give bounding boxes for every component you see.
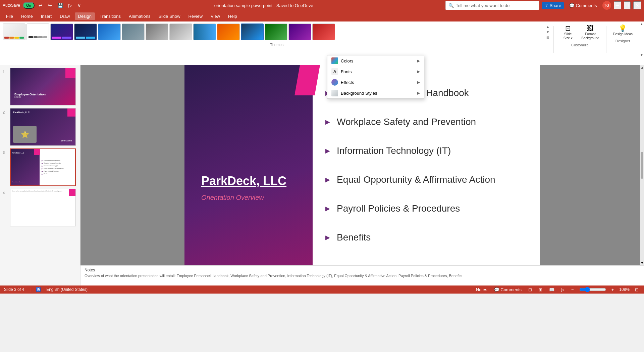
undo-icon[interactable]: ↩: [37, 2, 44, 9]
view-normal-icon[interactable]: ⊡: [527, 287, 533, 293]
notes-content: Overview of what the orientation present…: [85, 273, 640, 278]
slide-preview-4[interactable]: Venmo fashion axe squid activated charco…: [10, 189, 76, 226]
menu-view[interactable]: View: [207, 12, 223, 20]
zoom-out-icon[interactable]: −: [570, 287, 575, 293]
theme-card-13[interactable]: [312, 24, 335, 40]
fonts-label: Fonts: [341, 69, 414, 74]
close-button[interactable]: ✕: [633, 1, 641, 9]
menu-review[interactable]: Review: [185, 12, 206, 20]
slide1-corner: [65, 68, 75, 78]
slide-thumb-2[interactable]: 2 ParkDeck, LLC ⭐ Welcome: [3, 108, 77, 146]
theme-card-9[interactable]: [217, 24, 240, 40]
theme-card-11[interactable]: [265, 24, 287, 40]
title-bar: AutoSave On ↩ ↪ 💾 ▷ ∨ orientation sample…: [0, 0, 644, 11]
menu-insert[interactable]: Insert: [38, 12, 55, 20]
slide-preview-1[interactable]: Employee Orientation HOLD: [10, 68, 76, 105]
design-ideas-button[interactable]: 💡 Design Ideas: [610, 24, 635, 38]
menu-file[interactable]: File: [3, 12, 16, 20]
present-icon[interactable]: ▷: [67, 2, 73, 9]
menu-help[interactable]: Help: [225, 12, 240, 20]
slide-preview-2[interactable]: ParkDeck, LLC ⭐ Welcome: [10, 108, 76, 146]
agenda-item-3: ▶ Information Technology (IT): [325, 145, 533, 156]
user-avatar: TG: [602, 1, 611, 10]
separator: |: [30, 287, 31, 292]
accessibility-icon[interactable]: ♿: [36, 287, 41, 292]
theme-card-7[interactable]: [169, 24, 192, 40]
maximize-button[interactable]: □: [624, 1, 631, 9]
format-background-button[interactable]: 🖼 FormatBackground: [579, 24, 602, 42]
comments-status-button[interactable]: 💬 Comments: [493, 287, 523, 293]
effects-arrow: ▶: [417, 80, 420, 85]
slide-number-1: 1: [3, 68, 7, 74]
format-background-icon: 🖼: [587, 25, 594, 32]
slide2-image: ⭐: [13, 126, 37, 143]
designer-label: Designer: [615, 39, 630, 43]
content-area: 1 Employee Orientation HOLD 2 ParkDeck, …: [0, 65, 644, 285]
customize-section: ⊡ SlideSize ▾ 🖼 FormatBackground Customi…: [554, 21, 606, 57]
agenda-bullet-3: ▶: [325, 147, 330, 155]
editor-scrollbar-v[interactable]: ▲ ▼: [640, 65, 644, 265]
theme-card-5[interactable]: [122, 24, 145, 40]
theme-card-2[interactable]: [50, 24, 73, 40]
designer-section: 💡 Design Ideas Designer: [606, 21, 639, 57]
context-menu-effects[interactable]: Effects ▶: [327, 77, 424, 88]
slide-thumb-4[interactable]: 4 Venmo fashion axe squid activated char…: [3, 189, 77, 226]
autosave-toggle[interactable]: On: [23, 2, 35, 9]
agenda-item-6: ▶ Benefits: [325, 232, 533, 243]
zoom-in-icon[interactable]: +: [610, 287, 615, 293]
background-styles-label: Background Styles: [341, 91, 414, 96]
theme-card-4[interactable]: [98, 24, 121, 40]
context-menu-colors[interactable]: Colors ▶: [327, 55, 424, 66]
gallery-scroll-up[interactable]: ▲ ▼ ⊟: [545, 25, 551, 39]
menu-design[interactable]: Design: [75, 12, 95, 20]
menu-animations[interactable]: Animations: [125, 12, 154, 20]
slide-left-panel: [184, 65, 313, 265]
theme-card-8[interactable]: [193, 24, 216, 40]
format-background-label: FormatBackground: [581, 32, 599, 40]
notes-area: Notes Overview of what the orientation p…: [80, 265, 644, 285]
slide-size-button[interactable]: ⊡ SlideSize ▾: [558, 24, 578, 42]
theme-card-3[interactable]: [74, 24, 97, 40]
theme-card-6[interactable]: [146, 24, 168, 40]
theme-card-active[interactable]: [241, 24, 264, 40]
view-presenter-icon[interactable]: ▷: [560, 287, 566, 293]
comments-button[interactable]: 💬 Comments: [567, 2, 599, 9]
agenda-bullet-6: ▶: [325, 234, 330, 241]
save-icon[interactable]: 💾: [56, 2, 64, 9]
effects-icon: [331, 79, 338, 86]
ribbon-scroll-down[interactable]: ▼: [640, 53, 644, 57]
redo-icon[interactable]: ↪: [47, 2, 53, 9]
view-reading-icon[interactable]: 📖: [548, 287, 556, 293]
search-bar[interactable]: 🔍 Tell me what you want to do: [445, 1, 539, 10]
fonts-icon: A: [331, 68, 338, 75]
fit-slide-button[interactable]: ⊡: [634, 287, 640, 293]
agenda-item-5: ▶ Payroll Policies & Procedures: [325, 203, 533, 214]
agenda-text-2: Workplace Safety and Prevention: [337, 117, 476, 127]
theme-card-office[interactable]: [3, 24, 25, 40]
more-icon[interactable]: ∨: [76, 2, 82, 9]
menu-slideshow[interactable]: Slide Show: [155, 12, 183, 20]
slide4-corner: [69, 189, 75, 196]
menu-draw[interactable]: Draw: [56, 12, 73, 20]
company-name-link: ParkDeck, LLC: [201, 174, 286, 188]
context-menu-background-styles[interactable]: Background Styles ▶: [327, 88, 424, 98]
view-slide-sorter-icon[interactable]: ⊞: [537, 287, 544, 293]
notes-label: Notes: [85, 268, 640, 272]
theme-card-1[interactable]: [26, 24, 49, 40]
context-menu-fonts[interactable]: A Fonts ▶: [327, 66, 424, 77]
share-button[interactable]: ⇪ Share: [542, 2, 564, 9]
ribbon: ▲ ▼ ⊟ Themes ⊡ SlideSize ▾ 🖼 FormatBackg…: [0, 21, 644, 65]
status-bar-left: Slide 3 of 4 | ♿ English (United States): [4, 287, 88, 292]
zoom-slider[interactable]: [579, 287, 606, 292]
menu-home[interactable]: Home: [18, 12, 36, 20]
slide-thumb-1[interactable]: 1 Employee Orientation HOLD: [3, 68, 77, 105]
notes-button[interactable]: Notes: [475, 287, 489, 293]
slide-preview-3[interactable]: ParkDeck, LLC Orientation Overview ▶Empl…: [10, 148, 76, 186]
title-bar-left: AutoSave On ↩ ↪ 💾 ▷ ∨: [3, 2, 82, 9]
ribbon-scroll-up[interactable]: ▲: [640, 22, 644, 26]
menu-transitions[interactable]: Transitions: [96, 12, 124, 20]
slide-thumb-3[interactable]: 3 ParkDeck, LLC Orientation Overview ▶Em…: [3, 148, 77, 186]
minimize-button[interactable]: ─: [614, 1, 621, 9]
slide2-logo: ParkDeck, LLC: [13, 111, 30, 114]
theme-card-12[interactable]: [288, 24, 311, 40]
